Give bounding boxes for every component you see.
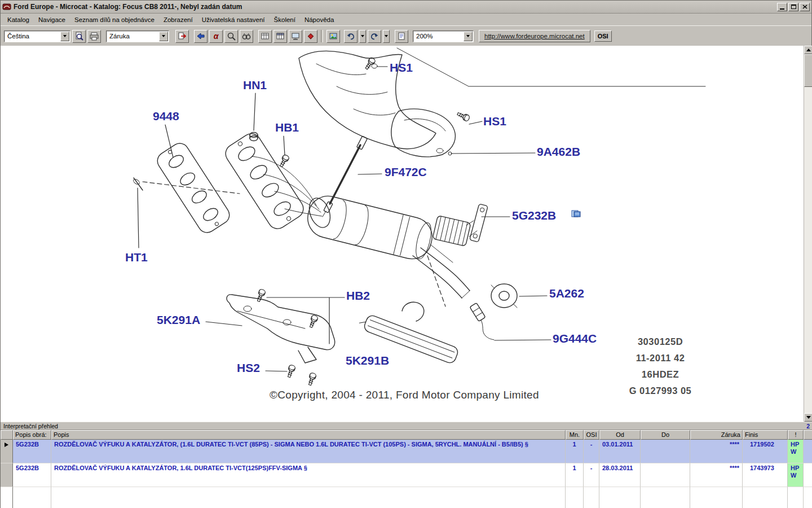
menu-skoleni[interactable]: Školení <box>270 15 300 24</box>
redo-button[interactable] <box>368 30 381 43</box>
col-header-selector[interactable] <box>1 430 13 440</box>
sensor-9g444c-drawing <box>470 303 494 340</box>
index-table-button[interactable] <box>273 30 287 43</box>
assembly-axis-lines <box>143 182 445 306</box>
chevron-down-icon <box>63 35 67 37</box>
col-header-od[interactable]: Od <box>599 430 641 440</box>
filler-cell <box>566 487 584 508</box>
maximize-button[interactable] <box>788 3 798 11</box>
part-label-ht1[interactable]: HT1 <box>125 251 148 264</box>
print-button[interactable] <box>87 30 101 43</box>
menu-uzivatelska-nastaveni[interactable]: Uživatelská nastavení <box>197 15 270 24</box>
back-button[interactable] <box>194 30 208 43</box>
scrollbar-thumb[interactable] <box>804 54 812 87</box>
osi-button[interactable]: OSI <box>594 30 612 42</box>
col-header-popis[interactable]: Popis <box>51 430 566 440</box>
part-label-9448[interactable]: 9448 <box>153 110 179 123</box>
part-label-5g232b[interactable]: 5G232B <box>512 209 556 222</box>
language-dropdown-button[interactable] <box>60 32 69 41</box>
menu-napoveda[interactable]: Nápověda <box>300 15 338 24</box>
notes-button[interactable] <box>395 30 408 43</box>
chevron-down-icon <box>162 35 165 37</box>
order-transfer-button[interactable] <box>175 30 189 43</box>
col-header-osi[interactable]: OSI <box>584 430 599 440</box>
drawing-g-number: G 0127993 05 <box>615 383 705 399</box>
col-header-zaruka[interactable]: Záruka <box>690 430 743 440</box>
undo-history-dropdown[interactable] <box>359 30 366 43</box>
redo-history-dropdown[interactable] <box>383 30 390 43</box>
flag-cell: HP W <box>788 463 804 487</box>
language-select[interactable]: Čeština <box>4 30 70 42</box>
microcat-window: Ford Europe - Microcat - Katalog: Focus … <box>0 0 812 508</box>
close-button[interactable] <box>800 3 810 11</box>
warranty-dropdown-button[interactable] <box>159 32 168 41</box>
parts-table: Popis obrá: Popis Mn. OSI Od Do Záruka F… <box>1 430 812 508</box>
filler-cell <box>1 487 13 508</box>
filler-cell <box>804 463 812 487</box>
part-label-hs1-top[interactable]: HS1 <box>390 61 413 75</box>
part-label-hb1[interactable]: HB1 <box>275 121 299 134</box>
col-header-do[interactable]: Do <box>641 430 690 440</box>
diagram-vertical-scrollbar[interactable] <box>804 46 812 422</box>
quantity-cell: 1 <box>566 463 584 487</box>
scroll-up-button[interactable] <box>804 46 812 54</box>
red-diamond-icon <box>306 32 315 41</box>
print-preview-button[interactable] <box>72 30 86 43</box>
menu-katalog[interactable]: Katalog <box>3 15 34 24</box>
osi-cell: - <box>584 463 599 487</box>
flag-bottom: W <box>791 472 800 479</box>
menu-seznam-dilu[interactable]: Seznam dílů na objednávce <box>70 15 159 24</box>
illustration-viewport[interactable]: HS1 HN1 9448 HB1 HS1 9A462B 9F472C 5G232… <box>1 46 812 422</box>
menu-zobrazeni[interactable]: Zobrazení <box>159 15 197 24</box>
undo-icon <box>346 32 355 41</box>
col-header-popis-obr[interactable]: Popis obrá: <box>13 430 51 440</box>
part-label-hb2[interactable]: HB2 <box>346 289 370 303</box>
catalog-url-link[interactable]: http://www.fordeurope.microcat.net <box>479 30 590 42</box>
zoom-tool-button[interactable] <box>224 30 238 43</box>
part-number-cell[interactable]: 5G232B <box>13 440 51 463</box>
minimize-button[interactable] <box>777 3 787 11</box>
col-header-mn[interactable]: Mn. <box>566 430 584 440</box>
alpha-index-button[interactable]: α <box>209 30 223 43</box>
row-selector-1[interactable] <box>1 440 13 463</box>
copyright-text: ©Copyright, 2004 - 2011, Ford Motor Comp… <box>270 389 539 401</box>
part-label-5a262[interactable]: 5A262 <box>549 287 584 300</box>
col-header-finis[interactable]: Finis <box>743 430 788 440</box>
filler-cell <box>13 487 51 508</box>
part-number-cell[interactable]: 5G232B <box>13 463 51 487</box>
zoom-select[interactable]: 200% <box>413 30 474 42</box>
zoom-dropdown-button[interactable] <box>464 32 473 41</box>
part-label-5k291b[interactable]: 5K291B <box>346 354 389 367</box>
window-title: Ford Europe - Microcat - Katalog: Focus … <box>11 3 776 11</box>
part-label-5k291a[interactable]: 5K291A <box>157 313 200 327</box>
image-view-button[interactable] <box>326 30 340 43</box>
hotspot-button[interactable] <box>304 30 317 43</box>
search-button[interactable] <box>240 30 253 43</box>
image-icon <box>329 32 338 41</box>
part-label-9g444c[interactable]: 9G444C <box>553 332 597 345</box>
filler-cell <box>584 487 599 508</box>
col-header-flag[interactable]: ! <box>788 430 804 440</box>
transfer-icon <box>178 32 187 41</box>
part-label-9f472c[interactable]: 9F472C <box>385 165 427 179</box>
annotation-icon[interactable] <box>571 209 581 218</box>
warranty-select[interactable]: Záruka <box>106 30 169 42</box>
part-label-hs2[interactable]: HS2 <box>237 361 260 375</box>
full-screen-button[interactable] <box>289 30 302 43</box>
part-label-hs1-right[interactable]: HS1 <box>483 115 506 128</box>
parts-list-button[interactable] <box>258 30 272 43</box>
flag-top: HP <box>791 441 800 448</box>
part-label-hn1[interactable]: HN1 <box>243 78 267 92</box>
quantity-cell: 1 <box>566 440 584 463</box>
part-label-9a462b[interactable]: 9A462B <box>537 145 580 159</box>
filler-cell <box>804 487 812 508</box>
menu-bar: Katalog Navigace Seznam dílů na objednáv… <box>1 14 811 25</box>
undo-button[interactable] <box>344 30 358 43</box>
filler-cell <box>788 487 804 508</box>
interpretation-panel: Interpretační přehled 2 Popis obrá: Popi… <box>1 422 812 508</box>
filler-cell <box>599 487 641 508</box>
scroll-down-button[interactable] <box>804 413 812 422</box>
row-selector-2[interactable] <box>1 463 13 487</box>
toolbar: Čeština Záruka <box>1 25 811 47</box>
menu-navigace[interactable]: Navigace <box>34 15 70 24</box>
